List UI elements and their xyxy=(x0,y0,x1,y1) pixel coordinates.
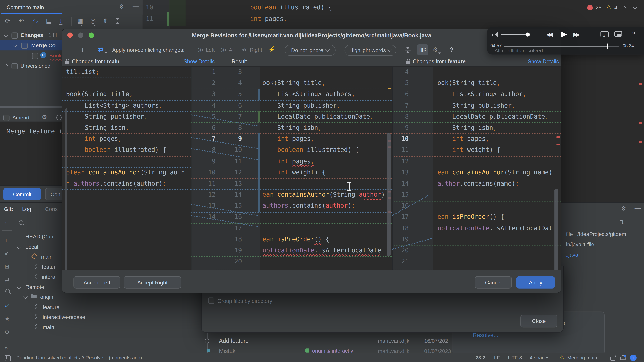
accept-left-button[interactable]: Accept Left xyxy=(74,276,120,289)
highlight-mode-value: Highlight words xyxy=(349,47,386,53)
merge-arrows-icon[interactable]: ⇆ xyxy=(33,17,38,25)
apply-button[interactable]: Apply xyxy=(516,276,555,289)
collapse-all-icon[interactable] xyxy=(115,18,121,24)
filter-icon[interactable]: ≡ xyxy=(633,219,636,225)
gear-icon[interactable]: ⚙ xyxy=(42,114,47,120)
download-icon[interactable]: ↓ xyxy=(59,17,62,25)
apply-all-changes-icon[interactable]: ⇄ xyxy=(98,45,104,53)
expand-all-icon[interactable]: ⇕ xyxy=(103,17,108,25)
hide-icon[interactable]: — xyxy=(133,2,139,9)
tab-console[interactable]: Cons xyxy=(45,206,58,212)
branch-row-origin[interactable]: origin xyxy=(0,292,136,302)
details-file-link[interactable]: k.java xyxy=(564,252,578,258)
help-icon[interactable]: ? xyxy=(450,46,454,53)
apply-right-icon[interactable]: ≪ xyxy=(242,46,248,53)
file-encoding[interactable]: UTF-8 xyxy=(508,355,522,361)
accept-right-button[interactable]: Accept Right xyxy=(124,276,181,289)
preview-icon[interactable]: ◎ xyxy=(90,17,96,25)
playhead[interactable] xyxy=(606,43,608,49)
fast-forward-icon[interactable]: ▶▶ xyxy=(574,31,578,37)
book-checkbox[interactable] xyxy=(32,53,38,59)
branch-row-feature[interactable]: feature xyxy=(0,302,136,312)
volume-slider[interactable] xyxy=(501,34,528,35)
cancel-button[interactable]: Cancel xyxy=(475,276,512,289)
toolbar-icon[interactable]: ‹ xyxy=(4,220,6,226)
diff-separator xyxy=(392,133,561,134)
result-vscrollbar[interactable] xyxy=(387,133,390,256)
play-icon[interactable]: ▶ xyxy=(561,29,567,38)
timeline-played[interactable] xyxy=(504,46,607,47)
problems-widget[interactable]: ! 25 ⚠ 4 xyxy=(585,2,642,13)
notifications-bell-icon[interactable] xyxy=(620,356,626,360)
line-ending[interactable]: LF xyxy=(494,355,500,361)
highlight-mode-dropdown[interactable]: Highlight words xyxy=(345,45,396,56)
tab-log[interactable]: Log xyxy=(22,206,31,212)
sync-scroll-toggle[interactable]: ▥ ↕ xyxy=(417,44,428,55)
code-line: 1012 int weight) { xyxy=(191,167,392,178)
chevron-down-icon[interactable] xyxy=(23,295,28,299)
error-stripe-mark[interactable] xyxy=(388,88,392,89)
gear-icon[interactable]: ⚙ xyxy=(621,205,626,212)
merge-commit-checkbox[interactable] xyxy=(21,43,28,49)
tool-windows-icon[interactable] xyxy=(5,356,10,361)
next-change-icon[interactable]: ↓ xyxy=(81,46,84,53)
toolbar-icon[interactable]: » xyxy=(4,345,8,351)
collapse-unchanged-icon[interactable] xyxy=(405,47,411,53)
history-icon[interactable] xyxy=(56,115,62,120)
speaker-icon[interactable] xyxy=(492,32,498,37)
apply-all-icon[interactable]: ≫ xyxy=(221,46,227,53)
right-show-details-link[interactable]: Show Details xyxy=(528,58,559,64)
error-stripe-mark[interactable] xyxy=(556,144,560,145)
error-stripe-mark[interactable] xyxy=(639,141,642,143)
magic-resolve-icon[interactable]: ⚡ xyxy=(268,46,276,52)
group-by-directory-checkbox[interactable] xyxy=(208,298,214,304)
left-code-pane[interactable]: til.List;Book(String title, List<String>… xyxy=(62,66,191,270)
chevron-down-icon[interactable] xyxy=(16,284,21,289)
apply-right-label[interactable]: Right xyxy=(250,47,262,53)
chevron-down-icon[interactable] xyxy=(632,5,637,9)
caret-position[interactable]: 23:2 xyxy=(476,355,485,361)
search-icon[interactable] xyxy=(19,220,24,225)
resolve-link[interactable]: Resolve... xyxy=(473,332,498,338)
changelist-icon[interactable]: ▤ xyxy=(46,17,52,25)
status-message[interactable]: Pending Unresolved conflicts // Resolve.… xyxy=(16,355,142,361)
apply-left-icon[interactable]: ≫ xyxy=(198,46,204,53)
result-code-pane[interactable]: 1324ook(String title,35 List<String> aut… xyxy=(191,66,392,270)
chevron-up-icon[interactable] xyxy=(622,6,627,10)
group-by-icon[interactable]: ▦ xyxy=(77,17,83,25)
timeline-remaining[interactable] xyxy=(607,46,619,47)
volume-knob[interactable] xyxy=(526,32,530,36)
rewind-icon[interactable]: ◀◀ xyxy=(546,31,551,37)
lock-icon xyxy=(65,61,69,64)
branch-row-interactive-rebase[interactable]: interactive-rebase xyxy=(0,312,136,322)
code-line: String publisher, xyxy=(62,111,191,122)
diff-separator xyxy=(62,156,191,157)
branch-row-main[interactable]: main xyxy=(0,322,136,332)
left-pane-vscrollbar[interactable] xyxy=(65,108,67,270)
apply-all-label[interactable]: All xyxy=(229,47,234,53)
chevron-down-icon[interactable] xyxy=(16,244,21,249)
error-stripe-mark[interactable] xyxy=(639,122,642,124)
right-code-pane[interactable]: 45ook(String title,6 List<String> author… xyxy=(392,66,561,270)
prev-change-icon[interactable]: ↑ xyxy=(70,46,72,53)
close-button[interactable]: Close xyxy=(520,315,557,328)
code-line: 15 xyxy=(392,189,561,200)
gear-icon[interactable]: ⚙ xyxy=(119,3,124,10)
sort-icon[interactable]: ⇅ xyxy=(619,219,624,225)
error-stripe-mark[interactable] xyxy=(639,83,642,85)
git-branch-widget[interactable]: Merging main xyxy=(567,355,597,361)
error-stripe-mark[interactable] xyxy=(556,136,560,138)
right-vscrollbar[interactable] xyxy=(554,189,558,270)
unlock-icon[interactable] xyxy=(610,357,615,361)
undo-icon[interactable]: ↶ xyxy=(19,17,24,25)
log-row[interactable]: Add feature marit.van.dijk 16/07/202 xyxy=(201,336,453,347)
apply-left-label[interactable]: Left xyxy=(206,47,215,53)
dialog-title-bar[interactable]: Merge Revisions for /Users/marit.van.dij… xyxy=(62,29,561,41)
hide-icon[interactable]: — xyxy=(634,204,641,212)
indent-setting[interactable]: 4 spaces xyxy=(530,355,550,361)
ignore-policy-dropdown[interactable]: Do not ignore xyxy=(284,45,336,56)
update-icon[interactable]: ↑ xyxy=(630,355,636,361)
more-icon[interactable]: » xyxy=(632,29,636,37)
left-show-details-link[interactable]: Show Details xyxy=(184,58,215,64)
gear-icon[interactable]: ⚙ xyxy=(432,46,438,53)
